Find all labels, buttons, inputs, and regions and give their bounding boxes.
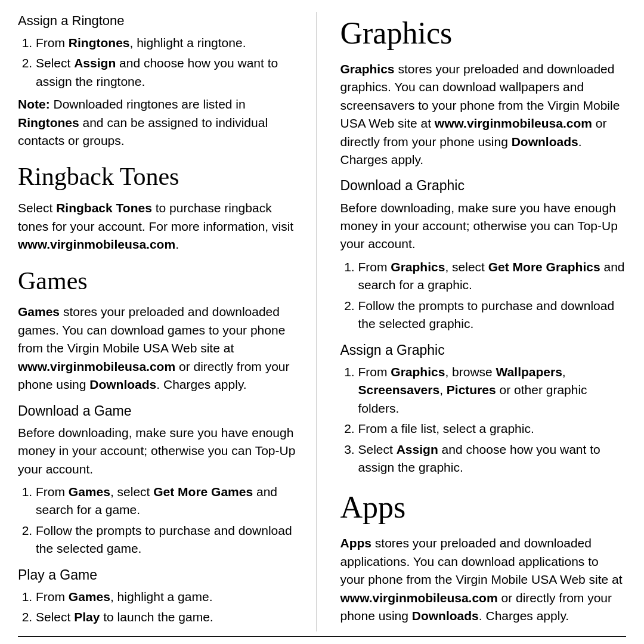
download-graphic-body: Before downloading, make sure you have e… <box>340 199 627 253</box>
assign-ringtone-section: Assign a Ringtone From Ringtones, highli… <box>18 12 304 150</box>
download-game-title: Download a Game <box>18 401 304 420</box>
apps-body: Apps stores your preloaded and downloade… <box>340 534 627 625</box>
list-item: From Games, select Get More Games and se… <box>36 483 304 519</box>
assign-graphic-steps: From Graphics, browse Wallpapers, Screen… <box>358 363 627 477</box>
games-title: Games <box>18 264 304 299</box>
list-item: Follow the prompts to purchase and downl… <box>36 522 304 558</box>
assign-ringtone-title: Assign a Ringtone <box>18 12 304 30</box>
download-game-body: Before downloading, make sure you have e… <box>18 424 304 478</box>
ringback-tones-title: Ringback Tones <box>18 159 304 194</box>
graphics-intro: Graphics stores your preloaded and downl… <box>340 60 627 169</box>
ringback-tones-section: Ringback Tones Select Ringback Tones to … <box>18 159 304 253</box>
list-item: Select Play to launch the game. <box>36 608 304 626</box>
page-footer: 24 Ringback Tones <box>18 636 626 644</box>
download-game-section: Download a Game Before downloading, make… <box>18 401 304 558</box>
list-item: From Ringtones, highlight a ringtone. <box>36 34 304 52</box>
play-game-section: Play a Game From Games, highlight a game… <box>18 565 304 627</box>
assign-graphic-section: Assign a Graphic From Graphics, browse W… <box>340 340 627 477</box>
games-intro: Games stores your preloaded and download… <box>18 303 304 394</box>
left-column: Assign a Ringtone From Ringtones, highli… <box>18 12 317 631</box>
list-item: From Games, highlight a game. <box>36 588 304 606</box>
graphics-title: Graphics <box>340 12 627 55</box>
right-column: Graphics Graphics stores your preloaded … <box>335 12 627 631</box>
apps-section: Apps Apps stores your preloaded and down… <box>340 486 627 625</box>
graphics-section: Graphics Graphics stores your preloaded … <box>340 12 627 476</box>
apps-title: Apps <box>340 486 627 530</box>
assign-ringtone-note: Note: Downloaded ringtones are listed in… <box>18 95 304 150</box>
list-item: Follow the prompts to purchase and downl… <box>358 297 627 333</box>
list-item: From Graphics, select Get More Graphics … <box>358 258 627 295</box>
games-section: Games Games stores your preloaded and do… <box>18 264 304 627</box>
list-item: From a file list, select a graphic. <box>358 420 627 438</box>
assign-ringtone-steps: From Ringtones, highlight a ringtone. Se… <box>36 34 304 91</box>
download-graphic-title: Download a Graphic <box>340 176 627 195</box>
two-column-layout: Assign a Ringtone From Ringtones, highli… <box>18 12 626 631</box>
list-item: From Graphics, browse Wallpapers, Screen… <box>358 363 627 417</box>
play-game-title: Play a Game <box>18 565 304 584</box>
page-container: Assign a Ringtone From Ringtones, highli… <box>0 0 644 644</box>
footer-section-label: Ringback Tones <box>541 640 626 644</box>
assign-graphic-title: Assign a Graphic <box>340 340 627 360</box>
play-game-steps: From Games, highlight a game. Select Pla… <box>36 588 304 627</box>
download-graphic-steps: From Graphics, select Get More Graphics … <box>358 258 627 333</box>
download-game-steps: From Games, select Get More Games and se… <box>36 483 304 558</box>
list-item: Select Assign and choose how you want to… <box>358 441 627 477</box>
download-graphic-section: Download a Graphic Before downloading, m… <box>340 176 627 333</box>
list-item: Select Assign and choose how you want to… <box>36 54 304 91</box>
ringback-tones-body: Select Ringback Tones to purchase ringba… <box>18 199 304 253</box>
page-number: 24 <box>18 640 31 644</box>
